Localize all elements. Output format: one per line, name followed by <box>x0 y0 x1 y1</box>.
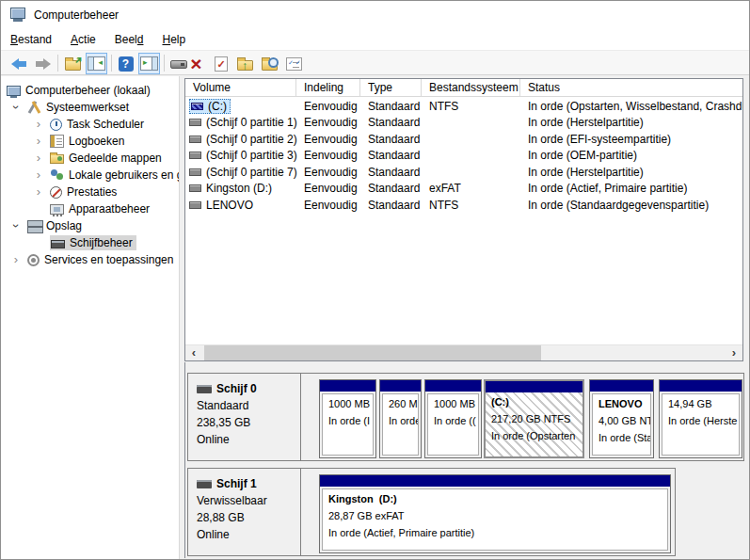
commit-button[interactable] <box>210 53 231 74</box>
clock-icon <box>50 119 62 131</box>
volume-table-rows: (C:) Eenvoudig Standaard NTFS In orde (O… <box>185 98 742 214</box>
chevron-collapsed-icon[interactable]: › <box>27 118 50 131</box>
tree-item-task-scheduler[interactable]: › Task Scheduler <box>1 116 179 133</box>
delete-button[interactable] <box>185 53 207 74</box>
volume-icon <box>189 168 201 176</box>
chevron-expanded-icon[interactable]: › <box>9 96 23 119</box>
tree-item-prestaties[interactable]: › Prestaties <box>1 184 179 200</box>
volume-icon <box>189 201 201 209</box>
partition-block-recovery[interactable]: 14,94 GBIn orde (Herste <box>659 379 742 458</box>
folder-export-icon <box>65 60 81 71</box>
disk-0-size: 238,35 GB <box>197 414 300 431</box>
tree-item-systeemwerkset[interactable]: › Systeemwerkset <box>1 99 179 116</box>
scroll-left-arrow-icon[interactable]: ‹ <box>185 345 202 361</box>
tree-selection-highlight: Schijfbeheer <box>50 235 136 250</box>
chevron-collapsed-icon[interactable]: › <box>5 253 27 266</box>
disk-1-band: Schijf 1 Verwisselbaar 28,88 GB Online K… <box>187 468 676 556</box>
column-header-status[interactable]: Status <box>520 79 742 96</box>
show-console-tree-button[interactable] <box>86 53 107 74</box>
performance-icon <box>50 186 62 199</box>
disk-0-band: Schijf 0 Standaard 238,35 GB Online 1000… <box>187 373 744 461</box>
back-arrow-icon <box>11 58 27 70</box>
chevron-collapsed-icon[interactable]: › <box>27 152 50 165</box>
disk-0-info-panel[interactable]: Schijf 0 Standaard 238,35 GB Online <box>188 374 301 460</box>
volume-icon <box>189 119 201 126</box>
partition-block-1[interactable]: 1000 MBIn orde (I <box>319 379 376 458</box>
menu-help[interactable]: Help <box>152 30 195 49</box>
tree-item-computerbeheer[interactable]: Computerbeheer (lokaal) <box>1 82 179 99</box>
help-icon <box>119 56 134 72</box>
volume-icon <box>189 136 201 143</box>
partition-block-2[interactable]: 260 MIIn orde ( <box>379 379 422 458</box>
disk-0-kind: Standaard <box>197 397 300 414</box>
properties-button[interactable] <box>283 53 305 74</box>
table-row-c[interactable]: (C:) Eenvoudig Standaard NTFS In orde (O… <box>185 98 742 115</box>
column-header-type[interactable]: Type <box>360 79 422 96</box>
back-button[interactable] <box>8 53 30 74</box>
column-header-volume[interactable]: Volume <box>185 79 296 96</box>
scrollbar-thumb[interactable] <box>204 345 541 360</box>
partition-color-bar <box>320 475 670 487</box>
tree-item-opslag[interactable]: › Opslag <box>1 217 179 234</box>
action-pane-icon <box>140 56 158 71</box>
folder-up-icon <box>237 60 253 71</box>
partition-color-bar <box>380 380 421 392</box>
users-icon <box>50 168 64 182</box>
computer-icon <box>7 86 21 96</box>
scroll-right-arrow-icon[interactable]: › <box>726 345 742 361</box>
column-header-bestandssysteem[interactable]: Bestandssysteem <box>422 79 520 96</box>
table-row-kingston[interactable]: Kingston (D:) Eenvoudig Standaard exFAT … <box>185 181 742 198</box>
check-document-icon <box>215 56 228 72</box>
partition-color-bar <box>590 380 653 392</box>
forward-button[interactable] <box>32 53 54 74</box>
shared-folder-icon <box>50 154 64 164</box>
chevron-collapsed-icon[interactable]: › <box>27 135 50 148</box>
disk-1-size: 28,88 GB <box>197 509 300 526</box>
export-list-button[interactable] <box>62 53 84 74</box>
chevron-collapsed-icon[interactable]: › <box>27 185 50 199</box>
partition-block-lenovo[interactable]: LENOVO4,00 GB NTIIn orde (Sta <box>589 379 654 458</box>
selected-cell-highlight: (C:) <box>189 99 231 114</box>
table-row-partitie3[interactable]: (Schijf 0 partitie 3) Eenvoudig Standaar… <box>185 148 742 165</box>
disk-tool-icon <box>170 60 187 69</box>
menu-beeld[interactable]: Beeld <box>105 30 153 49</box>
column-header-indeling[interactable]: Indeling <box>296 79 360 96</box>
explore-button[interactable] <box>259 53 280 74</box>
menu-actie[interactable]: Actie <box>61 30 105 49</box>
toolbar-separator <box>57 55 58 72</box>
volume-table-header: Volume Indeling Type Bestandssysteem Sta… <box>185 79 742 97</box>
disk-management-icon <box>51 240 65 248</box>
tree-item-logboeken[interactable]: › Logboeken <box>1 133 179 150</box>
tree-item-apparaatbeheer[interactable]: Apparaatbeheer <box>1 200 179 217</box>
toolbar-separator <box>111 55 112 72</box>
partition-block-c-selected[interactable]: (C:)217,20 GB NTFSIn orde (Opstarten <box>484 379 584 458</box>
tree-item-gedeelde-mappen[interactable]: › Gedeelde mappen <box>1 150 179 167</box>
table-row-partitie1[interactable]: (Schijf 0 partitie 1) Eenvoudig Standaar… <box>185 115 742 132</box>
window-title: Computerbeheer <box>34 8 119 22</box>
sidebar-tree: Computerbeheer (lokaal) › Systeemwerkset… <box>1 76 180 559</box>
content-area: Computerbeheer (lokaal) › Systeemwerkset… <box>1 76 749 559</box>
tree-item-lokale-gebruikers[interactable]: › Lokale gebruikers en gr <box>1 167 179 184</box>
disk-icon <box>197 385 212 393</box>
chevron-collapsed-icon[interactable]: › <box>27 168 50 182</box>
tree-item-services[interactable]: › Services en toepassingen <box>1 251 179 268</box>
table-row-partitie7[interactable]: (Schijf 0 partitie 7) Eenvoudig Standaar… <box>185 164 742 181</box>
chevron-expanded-icon[interactable]: › <box>9 215 23 237</box>
partition-block-kingston[interactable]: Kingston (D:)28,87 GB exFATIn orde (Acti… <box>319 474 671 553</box>
help-button[interactable] <box>115 53 136 74</box>
volume-icon <box>189 152 201 159</box>
device-manager-icon <box>50 204 64 215</box>
partition-block-3[interactable]: 1000 MBIn orde (( <box>424 379 482 458</box>
horizontal-scrollbar[interactable]: ‹ › <box>185 344 742 360</box>
disk-1-info-panel[interactable]: Schijf 1 Verwisselbaar 28,88 GB Online <box>188 469 301 555</box>
console-tree-icon <box>88 56 105 71</box>
tree-item-schijfbeheer[interactable]: Schijfbeheer <box>1 234 179 251</box>
show-action-pane-button[interactable] <box>138 53 160 74</box>
event-log-icon <box>50 135 64 148</box>
tools-icon <box>27 101 41 114</box>
graphical-view-pane: Schijf 0 Standaard 238,35 GB Online 1000… <box>184 362 743 558</box>
open-button[interactable] <box>234 53 256 74</box>
menu-bestand[interactable]: Bestand <box>1 30 61 49</box>
table-row-lenovo[interactable]: LENOVO Eenvoudig Standaard NTFS In orde … <box>185 197 742 214</box>
table-row-partitie2[interactable]: (Schijf 0 partitie 2) Eenvoudig Standaar… <box>185 131 742 148</box>
